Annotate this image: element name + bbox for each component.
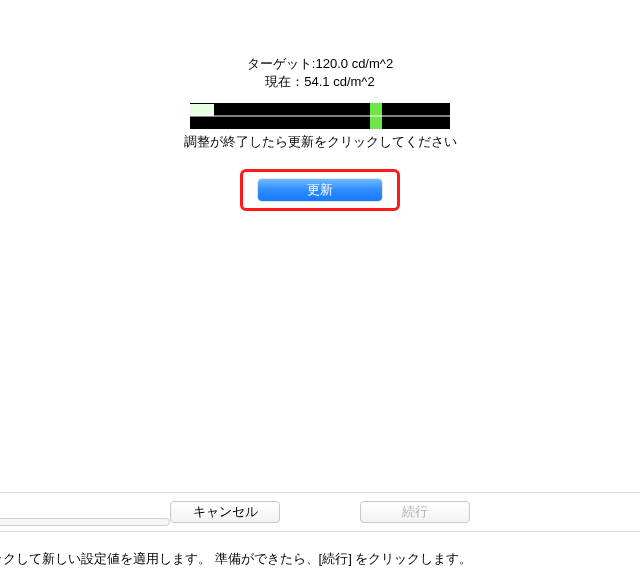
calibration-panel: ターゲット:120.0 cd/m^2 現在：54.1 cd/m^2 調整が終了し…	[0, 55, 640, 211]
target-value: 120.0 cd/m^2	[315, 56, 393, 71]
target-label: ターゲット:	[247, 56, 316, 71]
bar-divider	[190, 116, 450, 117]
dialog-button-row: キャンセル 続行	[0, 492, 640, 532]
continue-button: 続行	[360, 501, 470, 523]
current-label: 現在：	[265, 74, 304, 89]
current-value: 54.1 cd/m^2	[304, 74, 374, 89]
current-marker	[190, 104, 214, 116]
footer-instruction: ックして新しい設定値を適用します。 準備ができたら、[続行] をクリックします。	[0, 550, 640, 568]
calibration-progress-bar	[190, 103, 450, 129]
instruction-text: 調整が終了したら更新をクリックしてください	[0, 133, 640, 151]
target-reading: ターゲット:120.0 cd/m^2	[0, 55, 640, 73]
current-reading: 現在：54.1 cd/m^2	[0, 73, 640, 91]
update-highlight-box: 更新	[240, 169, 400, 211]
cancel-button[interactable]: キャンセル	[170, 501, 280, 523]
update-button[interactable]: 更新	[258, 179, 382, 201]
